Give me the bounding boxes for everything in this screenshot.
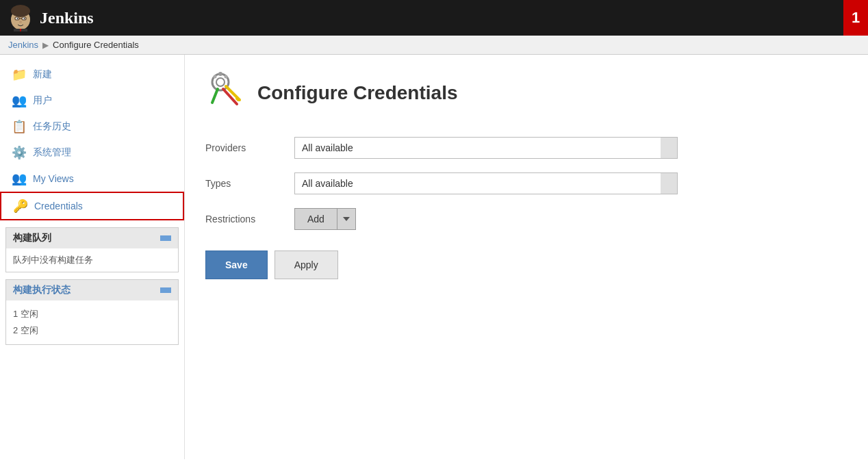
jenkins-logo-icon — [7, 4, 34, 31]
page-icon — [205, 68, 246, 118]
main-content: Configure Credentials Providers All avai… — [185, 55, 868, 459]
build-executor-minimize-button[interactable] — [160, 287, 171, 293]
build-queue-empty-message: 队列中没有构建任务 — [13, 255, 93, 265]
page-header: Configure Credentials — [205, 68, 847, 118]
breadcrumb-separator: ▶ — [42, 40, 49, 50]
sidebar-item-myviews[interactable]: 👥 My Views — [0, 166, 184, 192]
sidebar-item-users[interactable]: 👥 用户 — [0, 88, 184, 114]
providers-control: All available — [294, 137, 678, 159]
sidebar-label-history: 任务历史 — [33, 120, 71, 133]
build-executor-body: 1 空闲 2 空闲 — [6, 300, 178, 344]
sidebar-item-credentials[interactable]: 🔑 Credentials — [0, 192, 184, 220]
users-icon: 👥 — [11, 92, 27, 109]
save-button[interactable]: Save — [205, 251, 268, 279]
add-dropdown-button[interactable] — [337, 208, 356, 230]
action-buttons: Save Apply — [205, 251, 847, 279]
providers-label: Providers — [205, 137, 294, 153]
page-title: Configure Credentials — [257, 82, 457, 104]
build-queue-section: 构建队列 队列中没有构建任务 — [5, 227, 179, 272]
types-select[interactable]: All available — [295, 173, 677, 194]
sidebar-label-users: 用户 — [33, 94, 52, 107]
svg-point-13 — [216, 78, 225, 86]
restrictions-control: Add — [294, 208, 678, 230]
manage-icon: ⚙️ — [11, 144, 27, 161]
executor-item-1: 1 空闲 — [13, 306, 171, 322]
types-control: All available — [294, 172, 678, 194]
sidebar-label-manage: 系统管理 — [33, 146, 71, 159]
providers-row: Providers All available — [205, 137, 847, 159]
build-executor-title: 构建执行状态 — [13, 284, 71, 296]
jenkins-title: Jenkins — [40, 9, 94, 27]
executor-item-2: 2 空闲 — [13, 322, 171, 339]
apply-button[interactable]: Apply — [275, 251, 338, 279]
sidebar: 📁 新建 👥 用户 📋 任务历史 ⚙️ 系统管理 👥 My Views 🔑 Cr… — [0, 55, 185, 459]
sidebar-label-new: 新建 — [33, 68, 52, 81]
myviews-icon: 👥 — [11, 170, 27, 187]
svg-point-19 — [214, 75, 217, 79]
types-select-wrapper: All available — [294, 172, 678, 194]
svg-line-17 — [212, 89, 218, 103]
build-executor-section: 构建执行状态 1 空闲 2 空闲 — [5, 279, 179, 345]
types-label: Types — [205, 172, 294, 189]
svg-point-18 — [218, 72, 222, 76]
svg-point-20 — [225, 75, 228, 79]
build-queue-body: 队列中没有构建任务 — [6, 248, 178, 272]
svg-point-1 — [11, 5, 30, 17]
header: Jenkins 1 — [0, 0, 868, 36]
new-icon: 📁 — [11, 66, 27, 83]
breadcrumb: Jenkins ▶ Configure Credentials — [0, 36, 868, 55]
history-icon: 📋 — [11, 118, 27, 135]
restrictions-label: Restrictions — [205, 208, 294, 224]
sidebar-item-history[interactable]: 📋 任务历史 — [0, 114, 184, 140]
sidebar-label-myviews: My Views — [33, 173, 74, 184]
build-queue-minimize-button[interactable] — [160, 235, 171, 241]
main-layout: 📁 新建 👥 用户 📋 任务历史 ⚙️ 系统管理 👥 My Views 🔑 Cr… — [0, 55, 868, 459]
notification-badge[interactable]: 1 — [843, 0, 868, 36]
sidebar-item-manage[interactable]: ⚙️ 系统管理 — [0, 140, 184, 166]
chevron-down-icon — [343, 217, 350, 221]
build-queue-header: 构建队列 — [6, 228, 178, 248]
credentials-icon: 🔑 — [12, 198, 29, 214]
add-button[interactable]: Add — [294, 208, 337, 230]
providers-select-wrapper: All available — [294, 137, 678, 159]
svg-point-6 — [19, 21, 22, 23]
restrictions-row: Restrictions Add — [205, 208, 847, 230]
sidebar-item-new[interactable]: 📁 新建 — [0, 62, 184, 88]
breadcrumb-current: Configure Credentials — [53, 40, 139, 50]
providers-select[interactable]: All available — [295, 138, 677, 158]
configure-credentials-icon — [205, 68, 246, 110]
logo: Jenkins — [7, 4, 94, 31]
svg-point-4 — [17, 18, 18, 19]
svg-point-5 — [24, 18, 25, 19]
breadcrumb-home[interactable]: Jenkins — [8, 40, 38, 50]
build-executor-header: 构建执行状态 — [6, 280, 178, 300]
types-row: Types All available — [205, 172, 847, 194]
sidebar-label-credentials: Credentials — [34, 201, 83, 211]
build-queue-title: 构建队列 — [13, 232, 51, 244]
add-btn-group: Add — [294, 208, 678, 230]
